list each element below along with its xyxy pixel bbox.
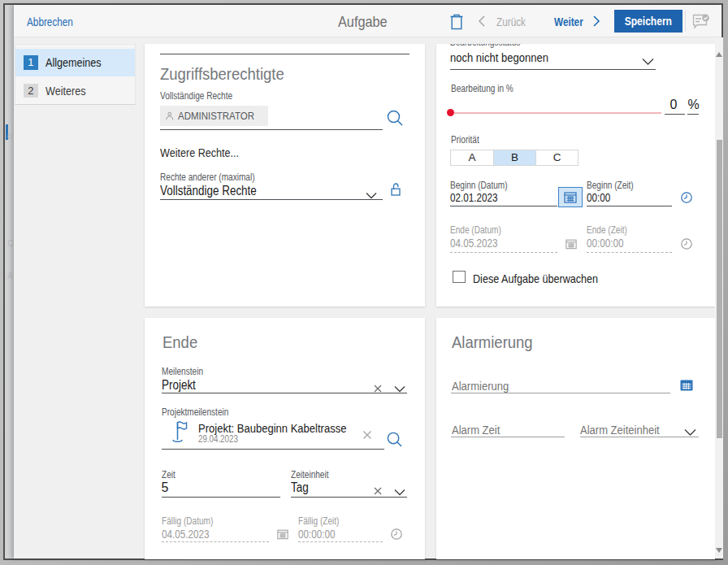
sidebar-item-allgemeines[interactable]: 1 Allgemeines bbox=[15, 49, 135, 77]
search-icon bbox=[386, 109, 404, 127]
clock-icon bbox=[391, 528, 402, 540]
chevron-down-icon bbox=[684, 428, 696, 437]
alarm-unit-dropdown[interactable] bbox=[684, 425, 696, 440]
x-icon bbox=[362, 430, 372, 440]
due-time-clock-icon-wrap bbox=[391, 528, 402, 543]
project-milestone-date: 29.04.2023 bbox=[198, 433, 238, 445]
alarm-field-placeholder[interactable]: Alarmierung bbox=[452, 379, 509, 393]
background-text-fragment: C bbox=[7, 239, 13, 248]
time-unit-value[interactable]: Tag bbox=[291, 480, 309, 495]
flag-icon bbox=[171, 420, 190, 444]
chevron-down-icon bbox=[394, 489, 405, 496]
alarm-calendar-button[interactable] bbox=[680, 380, 693, 394]
vertical-scrollbar[interactable] bbox=[715, 37, 723, 558]
chevron-left-icon bbox=[478, 15, 486, 27]
cancel-button[interactable]: Abbrechen bbox=[27, 15, 73, 28]
chevron-down-icon bbox=[642, 58, 654, 66]
clock-icon bbox=[681, 238, 692, 250]
others-rights-dropdown[interactable] bbox=[366, 188, 377, 202]
monitor-checkbox[interactable] bbox=[453, 271, 466, 284]
feedback-button[interactable] bbox=[692, 14, 710, 33]
back-button[interactable] bbox=[478, 15, 486, 30]
priority-option-a[interactable]: A bbox=[451, 150, 493, 165]
search-icon bbox=[386, 431, 403, 448]
progress-slider-handle[interactable] bbox=[447, 109, 454, 116]
priority-segmented-control: A B C bbox=[450, 150, 578, 166]
alarm-time-placeholder[interactable]: Alarm Zeit bbox=[452, 423, 500, 437]
card-alarmierung: Alarmierung Alarmierung Alarm Zeit Alarm… bbox=[436, 318, 716, 560]
priority-option-c[interactable]: C bbox=[535, 150, 578, 165]
end-time-label: Ende (Zeit) bbox=[587, 224, 627, 236]
chevron-right-icon bbox=[592, 15, 600, 27]
milestone-value[interactable]: Projekt bbox=[162, 378, 196, 393]
scrollbar-down-arrow[interactable] bbox=[716, 548, 722, 553]
end-time-value: 00:00:00 bbox=[587, 236, 624, 250]
full-rights-search-button[interactable] bbox=[386, 109, 404, 130]
milestone-underline bbox=[162, 393, 407, 393]
alarm-field-underline bbox=[451, 393, 670, 393]
full-rights-label: Vollständige Rechte bbox=[160, 90, 232, 102]
time-unit-clear-button[interactable] bbox=[374, 484, 382, 498]
calendar-icon bbox=[566, 238, 577, 250]
unlock-button[interactable] bbox=[390, 183, 401, 199]
alarm-unit-underline bbox=[580, 437, 699, 437]
milestone-dropdown[interactable] bbox=[394, 381, 405, 396]
due-date-label: Fällig (Datum) bbox=[162, 515, 213, 527]
scrollbar-up-arrow[interactable] bbox=[716, 52, 722, 57]
delete-button[interactable] bbox=[448, 13, 465, 33]
section-heading: Ende bbox=[162, 332, 197, 352]
end-date-underline bbox=[450, 252, 557, 253]
unlock-icon bbox=[390, 183, 401, 196]
person-icon bbox=[165, 108, 174, 124]
next-button-label[interactable]: Weiter bbox=[554, 15, 583, 28]
user-chip[interactable]: ADMINISTRATOR bbox=[160, 106, 268, 126]
due-time-label: Fällig (Zeit) bbox=[298, 515, 339, 527]
time-label: Zeit bbox=[162, 469, 176, 480]
section-heading: Zugriffsberechtigte bbox=[160, 64, 284, 84]
next-button[interactable] bbox=[592, 15, 600, 30]
progress-slider-track[interactable] bbox=[454, 112, 661, 114]
task-dialog: Abbrechen Aufgabe Zurück Weiter bbox=[14, 5, 722, 558]
end-date-value: 04.05.2023 bbox=[450, 236, 498, 250]
begin-date-value[interactable]: 02.01.2023 bbox=[450, 190, 498, 204]
begin-time-clock-button[interactable] bbox=[681, 192, 692, 206]
card-ende: Ende Meilenstein Projekt Projektmeilenst… bbox=[145, 318, 425, 560]
scrollbar-thumb[interactable] bbox=[717, 140, 722, 438]
milestone-clear-button[interactable] bbox=[374, 381, 382, 396]
time-unit-underline bbox=[291, 497, 407, 498]
chevron-down-icon bbox=[366, 192, 377, 199]
sidebar-item-weiteres[interactable]: 2 Weiteres bbox=[15, 76, 135, 105]
end-time-underline bbox=[587, 252, 672, 253]
project-milestone-clear-button[interactable] bbox=[362, 428, 372, 443]
alarm-unit-placeholder[interactable]: Alarm Zeiteinheit bbox=[580, 423, 660, 437]
status-label-clipped: Bearbeitungsstatus bbox=[450, 44, 564, 50]
due-date-value: 04.05.2023 bbox=[162, 527, 210, 541]
background-text-fragment: o bbox=[7, 132, 12, 141]
others-rights-value[interactable]: Vollständige Rechte bbox=[160, 184, 257, 198]
save-button[interactable]: Speichern bbox=[614, 10, 682, 33]
status-value[interactable]: noch nicht begonnen bbox=[450, 50, 548, 65]
app-window: o C A Abbrechen Aufgabe bbox=[3, 3, 723, 560]
priority-option-b[interactable]: B bbox=[493, 150, 535, 165]
comment-check-icon bbox=[692, 14, 710, 30]
monitor-checkbox-label[interactable]: Diese Aufgabe überwachen bbox=[473, 272, 598, 285]
status-dropdown[interactable] bbox=[642, 54, 654, 69]
full-rights-underline bbox=[160, 129, 383, 130]
back-button-label[interactable]: Zurück bbox=[496, 15, 526, 28]
begin-date-underline bbox=[450, 206, 557, 206]
x-icon bbox=[374, 487, 382, 495]
more-rights-link[interactable]: Weitere Rechte... bbox=[160, 146, 239, 159]
card-bearbeitungsstatus: Bearbeitungsstatus noch nicht begonnen B… bbox=[436, 44, 716, 307]
begin-time-value[interactable]: 00:00 bbox=[587, 190, 610, 204]
background-text-fragment: A bbox=[7, 272, 13, 280]
begin-date-calendar-button[interactable] bbox=[558, 187, 583, 207]
clipped-field-underline bbox=[160, 54, 410, 54]
progress-value[interactable]: 0 bbox=[670, 98, 678, 112]
project-milestone-search-button[interactable] bbox=[386, 431, 403, 451]
others-rights-underline bbox=[160, 199, 383, 200]
clock-icon bbox=[681, 192, 692, 203]
dialog-title: Aufgabe bbox=[338, 13, 388, 31]
toolbar-separator bbox=[685, 11, 686, 32]
progress-underline bbox=[665, 114, 685, 115]
time-value[interactable]: 5 bbox=[162, 480, 169, 495]
